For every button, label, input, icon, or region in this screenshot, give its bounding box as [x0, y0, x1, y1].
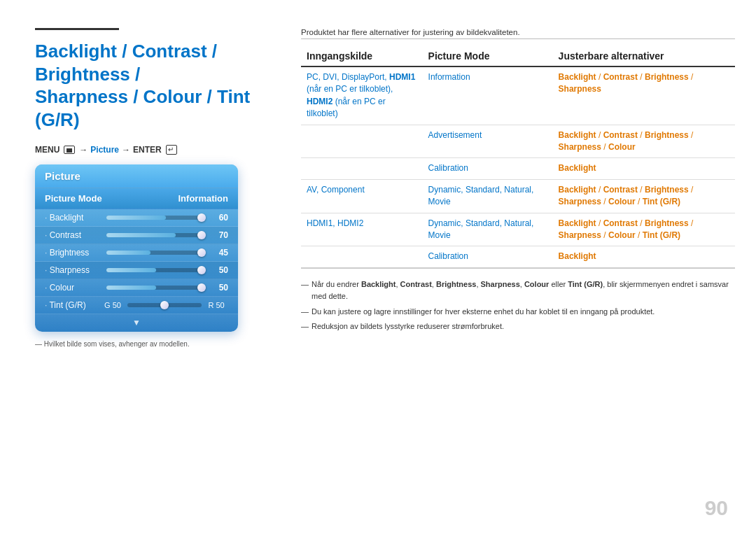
picture-ui-box: Picture Picture Mode Information Backlig… [35, 164, 238, 332]
table-cell-adj: Backlight / Contrast / Brightness / Shar… [553, 66, 735, 125]
col-header-adj: Justerbare alternativer [553, 48, 735, 66]
slider-colour-label: Colour [45, 283, 101, 293]
slider-backlight-thumb [197, 213, 206, 222]
slider-brightness-thumb [197, 248, 206, 257]
tint-track [127, 303, 202, 307]
table-cell-mode: Advertisement [423, 125, 553, 158]
table-row: Calibration Backlight [301, 158, 735, 179]
table-cell-adj: Backlight [553, 246, 735, 268]
note-item-2: — Du kan justere og lagre innstillinger … [301, 306, 735, 318]
tint-center-dot [160, 301, 169, 309]
table-cell-adj: Backlight / Contrast / Brightness / Shar… [553, 125, 735, 158]
slider-sharpness-fill [106, 268, 156, 272]
notes-section: — Når du endrer Backlight, Contrast, Bri… [301, 279, 735, 333]
slider-sharpness: Sharpness 50 [35, 262, 238, 279]
slider-contrast-thumb [197, 231, 206, 239]
note-item-1: — Når du endrer Backlight, Contrast, Bri… [301, 279, 735, 303]
table-row: HDMI1, HDMI2 Dynamic, Standard, Natural,… [301, 213, 735, 246]
top-rule-left [35, 28, 119, 30]
slider-backlight-track [106, 216, 205, 220]
enter-icon [166, 145, 177, 155]
slider-colour: Colour 50 [35, 279, 238, 297]
tint-g-value: G 50 [101, 301, 125, 309]
picture-mode-value: Information [178, 193, 229, 204]
footnote-left: Hvilket bilde som vises, avhenger av mod… [35, 340, 294, 348]
table-cell-source [301, 246, 423, 268]
slider-contrast-track [106, 233, 205, 237]
page-title: Backlight / Contrast / Brightness / Shar… [35, 40, 294, 131]
slider-brightness: Brightness 45 [35, 244, 238, 262]
page-number: 90 [705, 496, 728, 520]
info-table: Inngangskilde Picture Mode Justerbare al… [301, 48, 735, 269]
table-row: AV, Component Dynamic, Standard, Natural… [301, 179, 735, 213]
intro-text: Produktet har flere alternativer for jus… [301, 28, 735, 36]
table-cell-source: HDMI1, HDMI2 [301, 213, 423, 246]
col-header-source: Inngangskilde [301, 48, 423, 66]
tint-label: Tint (G/R) [45, 300, 101, 310]
table-cell-mode: Information [423, 66, 553, 125]
slider-backlight-label: Backlight [45, 213, 101, 223]
slider-brightness-fill [106, 251, 150, 255]
slider-contrast-fill [106, 233, 176, 237]
menu-icon [64, 146, 75, 154]
table-cell-adj: Backlight / Contrast / Brightness / Shar… [553, 179, 735, 213]
table-cell-adj: Backlight [553, 158, 735, 179]
table-header-row: Inngangskilde Picture Mode Justerbare al… [301, 48, 735, 66]
slider-sharpness-track [106, 268, 205, 272]
slider-colour-value: 50 [211, 283, 228, 293]
slider-tint: Tint (G/R) G 50 R 50 [35, 297, 238, 314]
col-header-mode: Picture Mode [423, 48, 553, 66]
table-cell-mode: Dynamic, Standard, Natural, Movie [423, 213, 553, 246]
picture-mode-row: Picture Mode Information [35, 188, 238, 209]
slider-contrast-label: Contrast [45, 230, 101, 240]
slider-sharpness-value: 50 [211, 265, 228, 275]
slider-sharpness-thumb [197, 266, 206, 274]
table-cell-mode: Dynamic, Standard, Natural, Movie [423, 179, 553, 213]
table-cell-source [301, 158, 423, 179]
slider-colour-thumb [197, 283, 206, 292]
table-cell-source: PC, DVI, DisplayPort, HDMI1 (når en PC e… [301, 66, 423, 125]
slider-contrast: Contrast 70 [35, 227, 238, 244]
tint-r-value: R 50 [204, 301, 228, 309]
slider-brightness-value: 45 [211, 248, 228, 258]
table-cell-source [301, 125, 423, 158]
down-arrow-icon: ▼ [132, 318, 141, 328]
slider-backlight-value: 60 [211, 213, 228, 223]
table-cell-adj: Backlight / Contrast / Brightness / Shar… [553, 213, 735, 246]
slider-brightness-label: Brightness [45, 248, 101, 258]
slider-colour-fill [106, 286, 156, 290]
picture-box-header: Picture [35, 164, 238, 188]
slider-colour-track [106, 286, 205, 290]
slider-backlight: Backlight 60 [35, 209, 238, 227]
table-cell-mode: Calibration [423, 246, 553, 268]
table-row: Calibration Backlight [301, 246, 735, 268]
slider-sharpness-label: Sharpness [45, 265, 101, 275]
table-cell-source: AV, Component [301, 179, 423, 213]
menu-path: MENU → Picture → ENTER [35, 145, 294, 155]
down-arrow-row: ▼ [35, 314, 238, 332]
slider-contrast-value: 70 [211, 230, 228, 240]
picture-mode-label: Picture Mode [45, 193, 102, 204]
slider-backlight-fill [106, 216, 166, 220]
right-section: Produktet har flere alternativer for jus… [301, 28, 735, 336]
table-row: Advertisement Backlight / Contrast / Bri… [301, 125, 735, 158]
table-row: PC, DVI, DisplayPort, HDMI1 (når en PC e… [301, 66, 735, 125]
slider-brightness-track [106, 251, 205, 255]
note-item-3: — Reduksjon av bildets lysstyrke reduser… [301, 321, 735, 333]
table-cell-mode: Calibration [423, 158, 553, 179]
